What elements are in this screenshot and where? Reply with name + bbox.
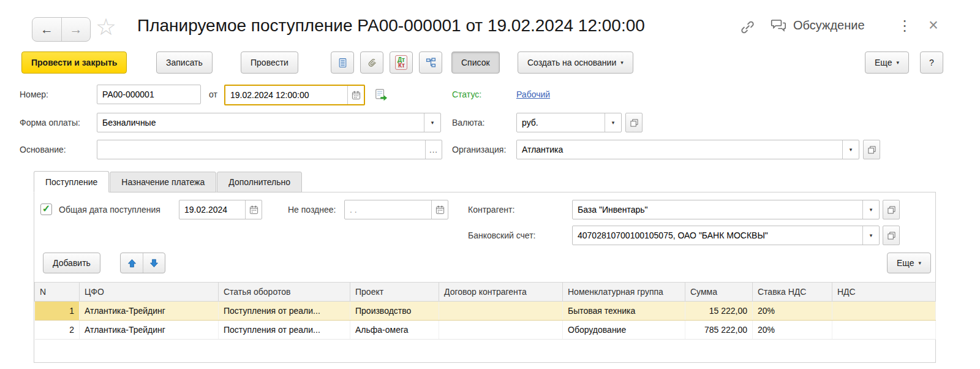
- post-button[interactable]: Провести: [241, 51, 298, 74]
- cell-vat-rate[interactable]: 20%: [753, 321, 832, 340]
- basis-input[interactable]: ...: [97, 140, 442, 159]
- fill-document-icon[interactable]: [375, 88, 388, 101]
- cell-vat[interactable]: [832, 302, 936, 321]
- discussion-button[interactable]: Обсуждение: [771, 18, 865, 32]
- col-header-cfo[interactable]: ЦФО: [80, 283, 219, 302]
- calendar-icon[interactable]: [347, 86, 364, 104]
- kebab-menu-icon[interactable]: ⋮: [897, 17, 912, 34]
- contractor-select[interactable]: База "Инвентарь" ▾: [572, 200, 880, 219]
- contractor-open-button[interactable]: [883, 200, 900, 219]
- payment-form-select[interactable]: Безналичные ▾: [97, 113, 441, 132]
- cell-vat[interactable]: [832, 321, 936, 340]
- create-from-label: Создать на основании: [527, 58, 616, 67]
- col-header-vat-rate[interactable]: Ставка НДС: [753, 283, 832, 302]
- chevron-down-icon: ▾: [919, 261, 922, 266]
- status-link[interactable]: Рабочий: [516, 89, 550, 99]
- date-input[interactable]: 19.02.2024 12:00:00: [224, 85, 365, 105]
- more-button-top[interactable]: Еще ▾: [865, 51, 909, 74]
- tab-receipt[interactable]: Поступление: [34, 171, 109, 192]
- cell-article[interactable]: Поступления от реали...: [219, 302, 350, 321]
- col-header-project[interactable]: Проект: [350, 283, 439, 302]
- number-value: РА00-000001: [97, 89, 200, 99]
- bank-account-open-button[interactable]: [883, 226, 900, 245]
- chevron-down-icon[interactable]: ▾: [862, 200, 879, 219]
- table-row[interactable]: 2 Атлантика-Трейдинг Поступления от реал…: [35, 321, 936, 340]
- discussion-label: Обсуждение: [793, 18, 865, 32]
- col-header-group[interactable]: Номенклатурная группа: [563, 283, 685, 302]
- arrow-down-icon: [149, 259, 159, 268]
- cell-project[interactable]: Альфа-омега: [350, 321, 439, 340]
- col-header-vat[interactable]: НДС: [832, 283, 936, 302]
- not-later-input[interactable]: . .: [344, 200, 448, 219]
- number-input[interactable]: РА00-000001: [97, 85, 201, 104]
- organization-open-button[interactable]: [863, 140, 880, 159]
- col-header-n[interactable]: N: [35, 283, 80, 302]
- post-and-close-button[interactable]: Провести и закрыть: [21, 51, 127, 74]
- cell-sum[interactable]: 15 222,00: [685, 302, 753, 321]
- more-button-table[interactable]: Еще ▾: [887, 253, 931, 273]
- document-movements-button[interactable]: ДтКт: [390, 51, 413, 74]
- calendar-icon[interactable]: [431, 200, 448, 219]
- register-records-button[interactable]: [331, 51, 354, 74]
- cell-vat-rate[interactable]: 20%: [753, 302, 832, 321]
- cell-n[interactable]: 1: [35, 302, 80, 321]
- currency-open-button[interactable]: [625, 113, 643, 132]
- tab-additional[interactable]: Дополнительно: [217, 172, 302, 192]
- cell-sum[interactable]: 785 222,00: [685, 321, 753, 340]
- col-header-contract[interactable]: Договор контрагента: [439, 283, 563, 302]
- cell-contract[interactable]: [439, 321, 563, 340]
- help-button[interactable]: ?: [920, 51, 943, 74]
- bank-account-select[interactable]: 40702810700100105075, ОАО "БАНК МОСКВЫ" …: [572, 226, 880, 245]
- attachments-button[interactable]: [360, 51, 383, 74]
- lines-table: N ЦФО Статья оборотов Проект Договор кон…: [34, 282, 936, 340]
- table-row[interactable]: 1 Атлантика-Трейдинг Поступления от реал…: [35, 302, 936, 321]
- cell-article[interactable]: Поступления от реали...: [219, 321, 350, 340]
- payment-form-label: Форма оплаты:: [20, 118, 80, 127]
- cell-group[interactable]: Оборудование: [563, 321, 685, 340]
- more-label: Еще: [875, 58, 892, 67]
- col-header-article[interactable]: Статья оборотов: [219, 283, 350, 302]
- chevron-down-icon: ▾: [620, 60, 624, 66]
- cell-n[interactable]: 2: [35, 321, 80, 340]
- cell-contract[interactable]: [439, 302, 563, 321]
- forward-button[interactable]: →: [61, 18, 90, 41]
- common-date-input[interactable]: 19.02.2024: [179, 200, 262, 219]
- tab-payment-purpose[interactable]: Назначение платежа: [110, 172, 216, 192]
- status-label: Статус:: [452, 89, 481, 99]
- back-arrow-icon: ←: [40, 22, 53, 37]
- add-row-button[interactable]: Добавить: [43, 253, 100, 273]
- copy-link-icon[interactable]: [740, 20, 755, 35]
- create-from-button[interactable]: Создать на основании ▾: [518, 51, 633, 74]
- common-date-checkbox[interactable]: ✓: [40, 204, 52, 215]
- currency-value: руб.: [517, 118, 605, 127]
- open-icon: [888, 232, 895, 240]
- chevron-down-icon[interactable]: ▾: [605, 113, 621, 132]
- choose-button[interactable]: ...: [425, 140, 442, 159]
- chevron-down-icon[interactable]: ▾: [862, 226, 879, 245]
- move-down-button[interactable]: [143, 253, 165, 273]
- close-icon[interactable]: ×: [929, 16, 938, 35]
- calendar-icon[interactable]: [245, 200, 262, 219]
- list-button[interactable]: Список: [451, 51, 500, 74]
- basis-row: Основание: ... Организация: Атлантика ▾: [0, 140, 980, 159]
- command-bar: Провести и закрыть Записать Провести ДтК…: [0, 51, 980, 76]
- organization-value: Атлантика: [517, 145, 842, 154]
- paperclip-icon: [367, 58, 377, 68]
- cell-cfo[interactable]: Атлантика-Трейдинг: [80, 321, 219, 340]
- chevron-down-icon[interactable]: ▾: [424, 113, 440, 132]
- save-button[interactable]: Записать: [156, 51, 213, 74]
- cell-project[interactable]: Производство: [350, 302, 439, 321]
- page-title: Планируемое поступление РА00-000001 от 1…: [137, 16, 645, 36]
- back-button[interactable]: ←: [32, 18, 61, 41]
- cell-group[interactable]: Бытовая техника: [563, 302, 685, 321]
- col-header-sum[interactable]: Сумма: [685, 283, 753, 302]
- currency-label: Валюта:: [452, 118, 484, 127]
- organization-select[interactable]: Атлантика ▾: [516, 140, 859, 159]
- common-date-value: 19.02.2024: [179, 205, 245, 215]
- move-up-button[interactable]: [121, 253, 143, 273]
- favorite-star-icon[interactable]: ☆: [96, 13, 116, 40]
- cell-cfo[interactable]: Атлантика-Трейдинг: [80, 302, 219, 321]
- currency-select[interactable]: руб. ▾: [516, 113, 622, 132]
- structure-button[interactable]: [419, 51, 442, 74]
- chevron-down-icon[interactable]: ▾: [842, 140, 859, 159]
